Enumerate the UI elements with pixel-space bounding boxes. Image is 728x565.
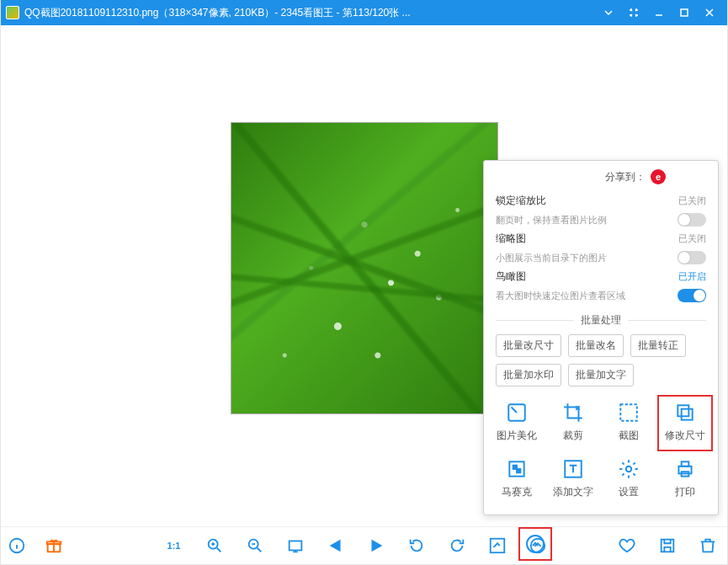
rotate-right-button[interactable]: [446, 535, 468, 557]
thumbnail-toggle[interactable]: [678, 251, 706, 264]
favorite-icon[interactable]: ★: [691, 169, 706, 184]
like-button[interactable]: [616, 535, 638, 557]
fullscreen-button[interactable]: [621, 0, 646, 25]
rotate-left-button[interactable]: [406, 535, 428, 557]
bottom-toolbar: 1:1: [1, 526, 727, 564]
titlebar-buttons: [596, 0, 722, 25]
settings-tool[interactable]: 设置: [601, 451, 657, 508]
share-row: 分享到： e ℯ ★: [484, 169, 718, 191]
mosaic-tool[interactable]: 马赛克: [489, 451, 545, 508]
thumbnail-row: 缩略图 已关闭: [496, 229, 706, 248]
batch-resize-button[interactable]: 批量改尺寸: [496, 334, 561, 357]
batch-addtext-button[interactable]: 批量加文字: [568, 364, 634, 386]
svg-point-9: [626, 466, 632, 472]
dropdown-button[interactable]: [596, 0, 621, 25]
svg-rect-18: [289, 541, 301, 551]
options-list: 锁定缩放比 已关闭 翻页时，保持查看图片比例 缩略图 已关闭 小图展示当前目录下…: [484, 191, 718, 305]
svg-rect-7: [517, 469, 520, 472]
svg-rect-3: [681, 409, 692, 420]
birdview-title: 鸟瞰图: [496, 269, 526, 284]
svg-rect-11: [681, 461, 688, 466]
share-label: 分享到：: [605, 170, 646, 184]
zoom-out-button[interactable]: [244, 535, 266, 557]
app-icon: [6, 6, 19, 19]
lock-zoom-sub-row: 翻页时，保持查看图片比例: [496, 211, 706, 229]
thumbnail-sub-row: 小图展示当前目录下的图片: [496, 248, 706, 267]
birdview-sub: 看大图时快速定位图片查看区域: [496, 290, 625, 302]
batch-rename-button[interactable]: 批量改名: [568, 334, 624, 357]
crop-tool[interactable]: 裁剪: [545, 395, 602, 451]
batch-rotate-button[interactable]: 批量转正: [630, 334, 686, 357]
birdview-toggle[interactable]: [678, 289, 706, 302]
thumbnail-state: 已关闭: [678, 232, 706, 245]
lock-zoom-row: 锁定缩放比 已关闭: [496, 191, 706, 211]
thumbnail-sub: 小图展示当前目录下的图片: [496, 252, 607, 264]
addtext-tool[interactable]: 添加文字: [545, 451, 602, 508]
lock-zoom-toggle[interactable]: [678, 213, 706, 227]
prev-button[interactable]: [325, 535, 347, 557]
gift-button[interactable]: [43, 535, 65, 557]
svg-rect-4: [678, 405, 688, 416]
info-button[interactable]: [6, 535, 28, 557]
fit-screen-button[interactable]: [284, 535, 306, 557]
app-window: QQ截图20181109112310.png（318×347像素, 210KB）…: [0, 0, 728, 565]
delete-button[interactable]: [697, 535, 719, 557]
zoom-in-button[interactable]: [204, 535, 226, 557]
svg-rect-0: [681, 9, 688, 16]
screenshot-tool[interactable]: 截图: [601, 395, 657, 451]
one-to-one-button[interactable]: 1:1: [163, 535, 185, 557]
weibo-icon[interactable]: e: [651, 169, 666, 184]
print-tool[interactable]: 打印: [657, 451, 714, 508]
batch-watermark-button[interactable]: 批量加水印: [496, 364, 561, 386]
window-title: QQ截图20181109112310.png（318×347像素, 210KB）…: [24, 6, 596, 20]
svg-rect-2: [621, 404, 638, 421]
lock-zoom-sub: 翻页时，保持查看图片比例: [496, 214, 607, 227]
birdview-sub-row: 看大图时快速定位图片查看区域: [496, 286, 706, 305]
tool-grid: 图片美化 裁剪 截图 修改尺寸 马赛克 添加文字: [484, 390, 718, 508]
beautify-tool[interactable]: 图片美化: [489, 395, 545, 451]
next-button[interactable]: [365, 535, 387, 557]
resize-tool[interactable]: 修改尺寸: [657, 395, 714, 451]
batch-section-title: 批量处理: [484, 313, 718, 328]
close-button[interactable]: [697, 0, 722, 25]
minimize-button[interactable]: [646, 0, 672, 25]
birdview-state: 已开启: [678, 270, 706, 283]
qq-icon[interactable]: ℯ: [671, 169, 686, 184]
svg-rect-19: [490, 539, 504, 553]
lock-zoom-title: 锁定缩放比: [496, 194, 546, 208]
thumbnail-title: 缩略图: [496, 232, 526, 246]
save-button[interactable]: [656, 535, 678, 557]
titlebar: QQ截图20181109112310.png（318×347像素, 210KB）…: [1, 0, 727, 25]
lock-zoom-state: 已关闭: [678, 195, 706, 207]
batch-buttons: 批量改尺寸 批量改名 批量转正 批量加水印 批量加文字: [484, 334, 718, 390]
chevron-up-icon: [526, 535, 545, 553]
birdview-row: 鸟瞰图 已开启: [496, 267, 706, 286]
options-popup: 分享到： e ℯ ★ 锁定缩放比 已关闭 翻页时，保持查看图片比例 缩略图 已关…: [483, 160, 719, 515]
highlight-box: [518, 527, 552, 561]
displayed-image[interactable]: [231, 122, 498, 414]
svg-rect-21: [662, 540, 674, 552]
maximize-button[interactable]: [672, 0, 697, 25]
edit-button[interactable]: [486, 535, 508, 557]
